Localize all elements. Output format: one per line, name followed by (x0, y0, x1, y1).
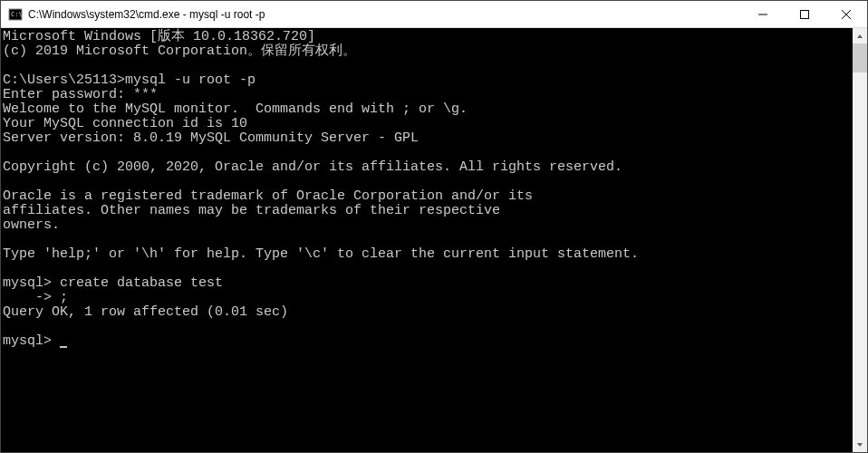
terminal-output[interactable]: Microsoft Windows [版本 10.0.18362.720] (c… (1, 28, 853, 452)
titlebar[interactable]: C:\ C:\Windows\system32\cmd.exe - mysql … (1, 1, 867, 28)
scroll-thumb[interactable] (853, 43, 867, 72)
vertical-scrollbar[interactable] (853, 28, 867, 452)
cursor (60, 346, 67, 348)
svg-text:C:\: C:\ (11, 11, 23, 18)
close-button[interactable] (825, 1, 867, 27)
scroll-track[interactable] (853, 43, 867, 437)
scroll-down-arrow[interactable] (853, 437, 867, 452)
scroll-up-arrow[interactable] (853, 28, 867, 43)
maximize-button[interactable] (784, 1, 825, 27)
svg-rect-3 (801, 10, 809, 18)
window-controls (742, 1, 867, 27)
minimize-button[interactable] (742, 1, 784, 27)
window-title: C:\Windows\system32\cmd.exe - mysql -u r… (28, 8, 742, 21)
terminal-area: Microsoft Windows [版本 10.0.18362.720] (c… (1, 28, 867, 452)
cmd-window: C:\ C:\Windows\system32\cmd.exe - mysql … (0, 0, 868, 453)
cmd-icon: C:\ (8, 7, 23, 22)
